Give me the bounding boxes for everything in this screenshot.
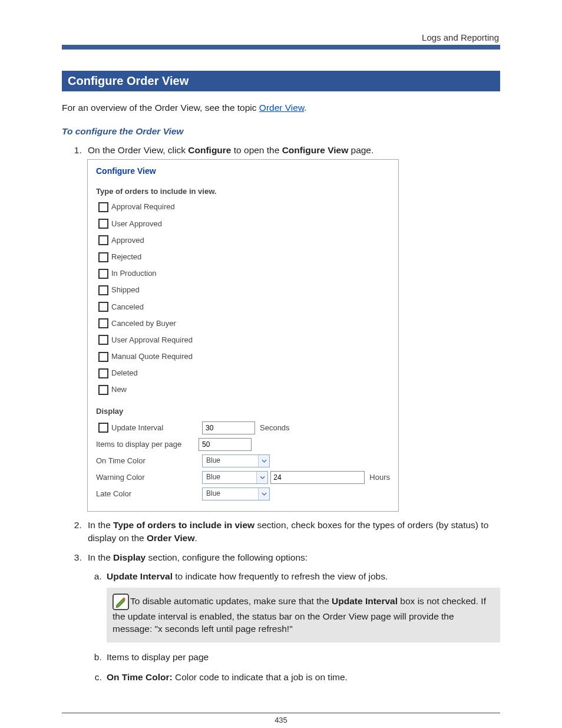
- step-3a: Update Interval to indicate how frequent…: [104, 570, 500, 643]
- update-interval-input[interactable]: [202, 421, 255, 434]
- checkbox-icon: [98, 335, 108, 345]
- check-new[interactable]: New: [98, 384, 390, 395]
- page-number: 435: [275, 716, 287, 724]
- note-pre: To disable automatic updates, make sure …: [130, 596, 332, 606]
- check-approval-required[interactable]: Approval Required: [98, 202, 390, 212]
- late-color-select[interactable]: Blue: [202, 487, 270, 500]
- late-color-label: Late Color: [96, 489, 131, 499]
- check-label: Rejected: [111, 252, 141, 262]
- step-3b: Items to display per page: [104, 651, 500, 664]
- figure-title: Configure View: [88, 160, 398, 185]
- checkbox-icon: [98, 285, 108, 295]
- step2-bold1: Type of orders to include in view: [113, 520, 254, 530]
- step3-post: section, configure the following options…: [146, 552, 308, 562]
- note-box: To disable automatic updates, make sure …: [107, 588, 500, 643]
- check-user-approved[interactable]: User Approved: [98, 219, 390, 229]
- items-per-page-input[interactable]: [199, 438, 252, 451]
- header-divider: [62, 45, 500, 50]
- checkbox-icon: [98, 235, 108, 245]
- checkbox-icon: [98, 302, 108, 312]
- intro-pre: For an overview of the Order View, see t…: [62, 103, 259, 113]
- checkbox-icon: [98, 202, 108, 212]
- checkbox-icon: [98, 352, 108, 362]
- check-shipped[interactable]: Shipped: [98, 285, 390, 295]
- checkbox-icon: [98, 219, 108, 229]
- checkbox-icon: [98, 385, 108, 395]
- intro-paragraph: For an overview of the Order View, see t…: [62, 102, 500, 114]
- order-view-link[interactable]: Order View: [259, 103, 304, 113]
- warning-hours-suffix: Hours: [369, 472, 390, 483]
- row-warning-color: Warning Color Blue Hours: [96, 471, 390, 484]
- check-canceled[interactable]: Canceled: [98, 302, 390, 312]
- chevron-down-icon: [258, 455, 269, 467]
- step2-pre: In the: [88, 520, 113, 530]
- header-section: Logs and Reporting: [62, 32, 500, 42]
- step1-pre: On the Order View, click: [88, 145, 188, 155]
- step2-post: .: [195, 533, 197, 543]
- dropdown-value: Blue: [203, 489, 258, 499]
- procedure-heading: To configure the Order View: [62, 126, 500, 137]
- intro-post: .: [304, 103, 306, 113]
- check-deleted[interactable]: Deleted: [98, 368, 390, 378]
- display-header: Display: [96, 406, 390, 417]
- page-footer: 435: [62, 713, 500, 724]
- check-canceled-by-buyer[interactable]: Canceled by Buyer: [98, 318, 390, 329]
- check-rejected[interactable]: Rejected: [98, 252, 390, 262]
- row-late-color: Late Color Blue: [96, 487, 390, 500]
- step3c-rest: Color code to indicate that a job is on …: [173, 672, 348, 682]
- row-update-interval: Update Interval Seconds: [96, 421, 390, 434]
- step3-pre: In the: [88, 552, 113, 562]
- row-on-time-color: On Time Color Blue: [96, 454, 390, 467]
- check-label: User Approved: [111, 219, 162, 229]
- checkbox-icon: [98, 269, 108, 279]
- step-2: In the Type of orders to include in view…: [84, 519, 500, 544]
- check-label: Deleted: [111, 368, 138, 378]
- step1-post: page.: [348, 145, 373, 155]
- step3c-bold: On Time Color:: [107, 672, 173, 682]
- step3a-bold: Update Interval: [107, 571, 173, 581]
- checkbox-icon: [98, 318, 108, 328]
- check-label: Canceled: [111, 302, 144, 312]
- checkbox-icon[interactable]: [98, 423, 108, 433]
- check-label: New: [111, 384, 127, 395]
- dropdown-value: Blue: [203, 472, 256, 482]
- note-bold: Update Interval: [332, 596, 398, 606]
- section-title: Configure Order View: [62, 71, 500, 91]
- on-time-color-label: On Time Color: [96, 456, 146, 466]
- step3a-rest: to indicate how frequently to refresh th…: [173, 571, 388, 581]
- row-items-per-page: Items to display per page: [96, 438, 390, 451]
- update-interval-suffix: Seconds: [260, 423, 290, 433]
- step1-bold2: Configure View: [282, 145, 349, 155]
- check-label: Approved: [111, 235, 144, 246]
- step-1: On the Order View, click Configure to op…: [84, 144, 500, 512]
- configure-view-figure: Configure View Type of orders to include…: [87, 159, 399, 512]
- step3b-text: Items to display per page: [107, 652, 209, 662]
- chevron-down-icon: [258, 488, 269, 500]
- warning-color-label: Warning Color: [96, 472, 145, 483]
- step-3: In the Display section, configure the fo…: [84, 551, 500, 683]
- update-interval-label: Update Interval: [111, 423, 163, 433]
- note-icon: [113, 594, 129, 610]
- check-label: User Approval Required: [111, 335, 193, 345]
- check-label: Manual Quote Required: [111, 351, 193, 362]
- on-time-color-select[interactable]: Blue: [202, 454, 270, 467]
- dropdown-value: Blue: [203, 456, 258, 466]
- check-manual-quote-required[interactable]: Manual Quote Required: [98, 351, 390, 362]
- check-user-approval-required[interactable]: User Approval Required: [98, 335, 390, 345]
- items-per-page-label: Items to display per page: [96, 439, 181, 450]
- check-label: Approval Required: [111, 202, 175, 212]
- checkbox-icon: [98, 368, 108, 378]
- check-label: In Production: [111, 268, 157, 279]
- step1-bold1: Configure: [188, 145, 231, 155]
- type-orders-header: Type of orders to include in view.: [96, 186, 390, 197]
- check-label: Shipped: [111, 285, 140, 295]
- warning-color-select[interactable]: Blue: [202, 471, 268, 484]
- step-3c: On Time Color: Color code to indicate th…: [104, 671, 500, 684]
- check-in-production[interactable]: In Production: [98, 268, 390, 279]
- step2-bold2: Order View: [147, 533, 195, 543]
- checkbox-icon: [98, 252, 108, 262]
- step3-bold: Display: [113, 552, 146, 562]
- warning-hours-input[interactable]: [270, 471, 365, 484]
- check-approved[interactable]: Approved: [98, 235, 390, 246]
- chevron-down-icon: [256, 472, 267, 483]
